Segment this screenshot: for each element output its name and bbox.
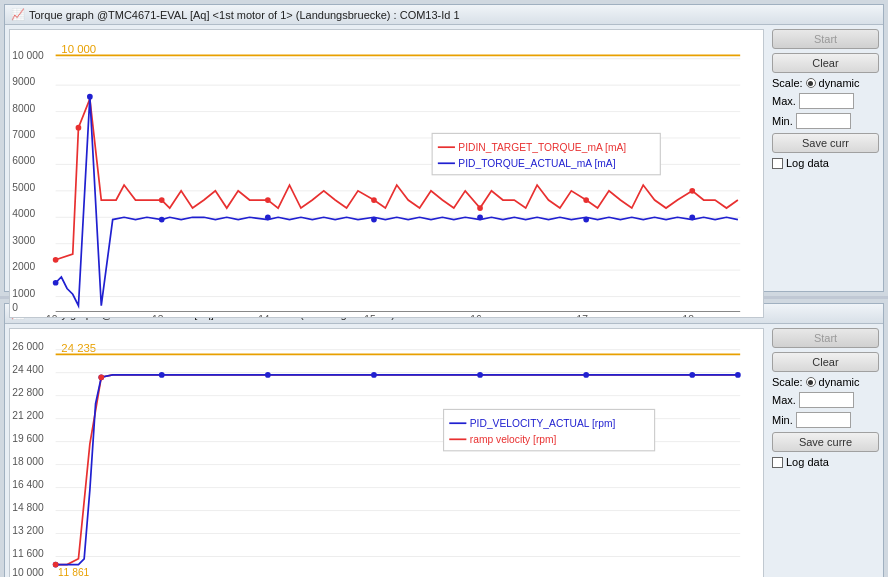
svg-text:2000: 2000	[12, 261, 35, 272]
velocity-controls: Start Clear Scale: dynamic Max. Min. Sav…	[768, 324, 883, 577]
svg-text:15 s: 15 s	[364, 314, 383, 317]
torque-max-row: Max.	[772, 93, 879, 109]
svg-point-96	[98, 374, 104, 380]
svg-point-43	[265, 197, 271, 203]
svg-point-44	[371, 197, 377, 203]
torque-controls: Start Clear Scale: dynamic Max. Min. Sav…	[768, 25, 883, 322]
svg-point-41	[76, 125, 82, 131]
svg-point-37	[477, 214, 483, 220]
torque-svg: 10 000 10 000 9000 8000 7000 6000 5000 4…	[10, 30, 763, 317]
velocity-clear-button[interactable]: Clear	[772, 352, 879, 372]
torque-max-input[interactable]	[799, 93, 854, 109]
svg-point-91	[477, 372, 483, 378]
svg-text:24 235: 24 235	[61, 342, 96, 354]
svg-point-32	[53, 280, 59, 286]
svg-text:PID_VELOCITY_ACTUAL [rpm]: PID_VELOCITY_ACTUAL [rpm]	[470, 418, 616, 429]
torque-min-input[interactable]	[796, 113, 851, 129]
svg-point-35	[265, 214, 271, 220]
svg-text:10 000: 10 000	[12, 567, 44, 577]
svg-point-38	[583, 217, 589, 223]
svg-point-39	[689, 214, 695, 220]
svg-text:9000: 9000	[12, 76, 35, 87]
velocity-svg: 24 235 26 000 24 400 22 800 21 200 19 60…	[10, 329, 763, 577]
svg-text:22 800: 22 800	[12, 387, 44, 398]
chart-icon: 📈	[11, 8, 25, 21]
svg-text:13 200: 13 200	[12, 524, 44, 535]
torque-log-row: Log data	[772, 157, 879, 169]
velocity-panel: 📈 Velocity graph @TMC4671-EVAL [Aq] <1st…	[4, 303, 884, 577]
velocity-scale-radio[interactable]	[806, 377, 816, 387]
svg-text:6000: 6000	[12, 155, 35, 166]
velocity-min-row: Min.	[772, 412, 879, 428]
torque-min-row: Min.	[772, 113, 879, 129]
svg-text:21 200: 21 200	[12, 410, 44, 421]
torque-max-label: Max.	[772, 95, 796, 107]
torque-log-checkbox[interactable]	[772, 158, 783, 169]
svg-point-90	[371, 372, 377, 378]
torque-min-label: Min.	[772, 115, 793, 127]
svg-text:PID_TORQUE_ACTUAL_mA [mA]: PID_TORQUE_ACTUAL_mA [mA]	[458, 158, 615, 169]
torque-save-button[interactable]: Save curr	[772, 133, 879, 153]
svg-text:17 s: 17 s	[576, 314, 595, 317]
svg-text:19 600: 19 600	[12, 433, 44, 444]
svg-text:24 400: 24 400	[12, 364, 44, 375]
torque-scale-radio[interactable]	[806, 78, 816, 88]
svg-point-47	[689, 188, 695, 194]
svg-point-40	[53, 257, 59, 263]
velocity-log-checkbox[interactable]	[772, 457, 783, 468]
svg-text:3000: 3000	[12, 235, 35, 246]
svg-text:11 861: 11 861	[58, 567, 90, 577]
velocity-max-row: Max.	[772, 392, 879, 408]
velocity-max-input[interactable]	[799, 392, 854, 408]
svg-rect-53	[10, 329, 763, 577]
velocity-save-button[interactable]: Save curre	[772, 432, 879, 452]
torque-scale-value: dynamic	[819, 77, 860, 89]
svg-text:PIDIN_TARGET_TORQUE_mA [mA]: PIDIN_TARGET_TORQUE_mA [mA]	[458, 142, 626, 153]
svg-text:14 s: 14 s	[258, 314, 277, 317]
torque-log-label: Log data	[786, 157, 829, 169]
svg-text:ramp velocity [rpm]: ramp velocity [rpm]	[470, 434, 557, 445]
svg-text:13 s: 13 s	[152, 314, 171, 317]
svg-point-45	[477, 205, 483, 211]
svg-text:18 s: 18 s	[683, 314, 702, 317]
svg-text:26 000: 26 000	[12, 341, 44, 352]
velocity-log-label: Log data	[786, 456, 829, 468]
velocity-start-button[interactable]: Start	[772, 328, 879, 348]
svg-text:16 400: 16 400	[12, 479, 44, 490]
svg-point-46	[583, 197, 589, 203]
svg-text:11 600: 11 600	[12, 547, 44, 558]
svg-text:18 000: 18 000	[12, 456, 44, 467]
torque-scale-row: Scale: dynamic	[772, 77, 879, 89]
torque-panel: 📈 Torque graph @TMC4671-EVAL [Aq] <1st m…	[4, 4, 884, 292]
velocity-chart-area: 24 235 26 000 24 400 22 800 21 200 19 60…	[9, 328, 764, 577]
svg-text:16 s: 16 s	[470, 314, 489, 317]
svg-text:0: 0	[12, 302, 18, 313]
svg-point-36	[371, 217, 377, 223]
torque-panel-title: 📈 Torque graph @TMC4671-EVAL [Aq] <1st m…	[5, 5, 883, 25]
torque-start-button[interactable]: Start	[772, 29, 879, 49]
svg-text:5000: 5000	[12, 182, 35, 193]
svg-text:12 s: 12 s	[46, 314, 65, 317]
svg-point-95	[53, 562, 59, 568]
torque-scale-label: Scale:	[772, 77, 803, 89]
velocity-log-row: Log data	[772, 456, 879, 468]
velocity-scale-value: dynamic	[819, 376, 860, 388]
svg-point-92	[583, 372, 589, 378]
svg-point-94	[735, 372, 741, 378]
torque-clear-button[interactable]: Clear	[772, 53, 879, 73]
velocity-scale-label: Scale:	[772, 376, 803, 388]
svg-point-33	[87, 94, 93, 100]
velocity-max-label: Max.	[772, 394, 796, 406]
svg-point-42	[159, 197, 165, 203]
svg-text:10 000: 10 000	[61, 43, 96, 55]
svg-text:10 000: 10 000	[12, 50, 44, 61]
svg-text:1000: 1000	[12, 288, 35, 299]
svg-text:14 800: 14 800	[12, 502, 44, 513]
svg-point-88	[159, 372, 165, 378]
svg-text:4000: 4000	[12, 208, 35, 219]
svg-text:7000: 7000	[12, 129, 35, 140]
velocity-min-input[interactable]	[796, 412, 851, 428]
svg-text:8000: 8000	[12, 103, 35, 114]
torque-title-text: Torque graph @TMC4671-EVAL [Aq] <1st mot…	[29, 9, 460, 21]
svg-point-93	[689, 372, 695, 378]
